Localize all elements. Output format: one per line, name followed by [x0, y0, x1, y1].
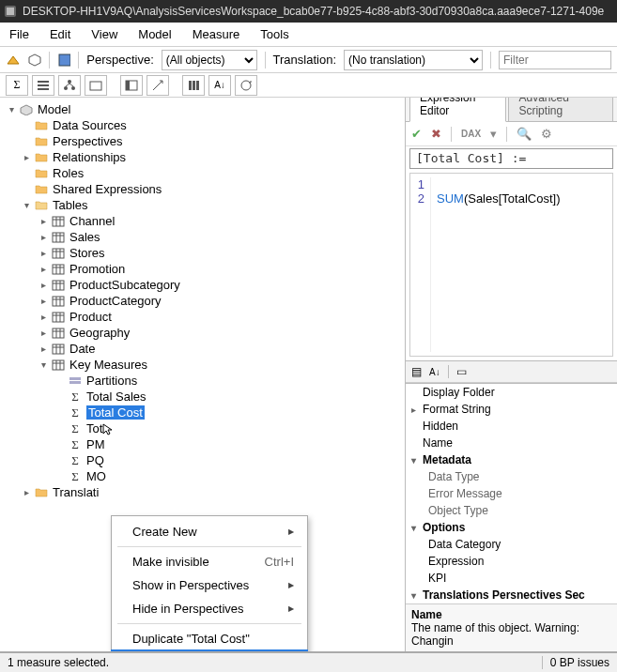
- app-icon: [4, 5, 17, 18]
- svg-rect-44: [53, 328, 64, 338]
- tree-relationships[interactable]: ▸Relationships: [0, 149, 405, 165]
- menu-model[interactable]: Model: [138, 27, 171, 41]
- perspective-label: Perspective:: [86, 53, 154, 67]
- sigma-icon: Σ: [68, 422, 83, 435]
- alpha-sort-icon[interactable]: A↓: [429, 367, 440, 377]
- tree-shared-expressions[interactable]: Shared Expressions: [0, 181, 405, 197]
- gear-icon[interactable]: ⚙: [541, 127, 552, 141]
- separator: [490, 52, 491, 69]
- tree-translations[interactable]: ▸Translati: [0, 484, 405, 500]
- tree-measure-total-cost[interactable]: ΣTotal Cost: [0, 405, 405, 420]
- tree-table-channel[interactable]: ▸Channel: [0, 213, 405, 229]
- svg-rect-20: [53, 233, 64, 242]
- separator: [117, 546, 301, 547]
- editor-toolbar: ✔ ✖ DAX ▾ 🔍 ⚙: [406, 122, 617, 146]
- code-editor[interactable]: 12 SUM(Sales[TotalCost]): [409, 173, 613, 357]
- ctx-hide-perspectives[interactable]: Hide in Perspectives: [112, 597, 307, 620]
- tree-table-stores[interactable]: ▸Stores: [0, 245, 405, 261]
- ctx-create-new[interactable]: Create New: [112, 520, 307, 543]
- tree-tables[interactable]: ▾Tables: [0, 197, 405, 213]
- translation-select[interactable]: (No translation): [344, 50, 483, 70]
- search-icon[interactable]: 🔍: [517, 127, 532, 141]
- svg-rect-52: [53, 360, 64, 370]
- tree-model[interactable]: ▾Model: [0, 101, 405, 117]
- accept-icon[interactable]: ✔: [411, 127, 422, 141]
- svg-rect-4: [38, 84, 49, 86]
- svg-rect-32: [53, 281, 64, 290]
- property-grid[interactable]: Display Folder ▸Format String Hidden Nam…: [406, 383, 617, 603]
- sigma-view-button[interactable]: Σ: [6, 75, 28, 96]
- refresh-button[interactable]: [235, 75, 257, 96]
- svg-point-7: [64, 86, 68, 90]
- ctx-show-perspectives[interactable]: Show in Perspectives: [112, 573, 307, 597]
- sigma-icon: Σ: [68, 438, 83, 451]
- title-bar: DESKTOP-HH1V9AQ\AnalysisServicesWorkspac…: [0, 0, 617, 23]
- svg-rect-9: [90, 82, 101, 90]
- translation-label: Translation:: [273, 53, 336, 67]
- tab-expression-editor[interactable]: Expression Editor: [409, 98, 506, 122]
- formula-bar[interactable]: [Total Cost] :=: [409, 148, 613, 169]
- save-icon[interactable]: [57, 53, 71, 68]
- tree-measure-trunc-3[interactable]: ΣPQ: [0, 452, 405, 468]
- svg-rect-2: [59, 54, 70, 66]
- cube-icon[interactable]: [27, 53, 41, 68]
- ctx-make-invisible[interactable]: Make invisibleCtrl+I: [112, 550, 307, 573]
- menu-view[interactable]: View: [91, 27, 117, 41]
- status-bar: 1 measure selected. 0 BP issues: [0, 651, 617, 672]
- svg-rect-11: [126, 81, 130, 90]
- svg-rect-57: [69, 381, 81, 384]
- panel-button-1[interactable]: [120, 75, 143, 96]
- tree-table-productsubcategory[interactable]: ▸ProductSubcategory: [0, 277, 405, 293]
- tree-table-geography[interactable]: ▸Geography: [0, 325, 405, 341]
- svg-point-8: [71, 86, 75, 90]
- tree-table-key-measures[interactable]: ▾Key Measures: [0, 357, 405, 373]
- svg-rect-40: [53, 313, 64, 322]
- tree-table-date[interactable]: ▸Date: [0, 341, 405, 357]
- filter-input[interactable]: [499, 51, 611, 69]
- tree-table-promotion[interactable]: ▸Promotion: [0, 261, 405, 277]
- categorized-icon[interactable]: ▤: [411, 365, 422, 378]
- gutter: 12: [414, 177, 431, 352]
- model-tree-panel: ▾Model Data Sources Perspectives ▸Relati…: [0, 98, 406, 651]
- menu-tools[interactable]: Tools: [260, 27, 288, 41]
- connect-icon[interactable]: [6, 53, 20, 68]
- tree-measure-total-sales[interactable]: ΣTotal Sales: [0, 389, 405, 405]
- menu-measure[interactable]: Measure: [193, 27, 240, 41]
- prop-pages-icon[interactable]: ▭: [456, 365, 467, 378]
- code-lines: SUM(Sales[TotalCost]): [431, 177, 560, 352]
- svg-rect-13: [193, 81, 195, 90]
- tree-perspectives[interactable]: Perspectives: [0, 133, 405, 149]
- right-tabs: Expression Editor Advanced Scripting: [406, 98, 617, 122]
- separator: [265, 52, 266, 69]
- menu-bar: File Edit View Model Measure Tools: [0, 23, 617, 47]
- menu-file[interactable]: File: [9, 27, 29, 41]
- tree-table-product[interactable]: ▸Product: [0, 309, 405, 325]
- cursor-icon: [100, 422, 114, 435]
- svg-point-6: [68, 80, 71, 84]
- tree-data-sources[interactable]: Data Sources: [0, 117, 405, 133]
- context-menu: Create New Make invisibleCtrl+I Show in …: [111, 515, 308, 651]
- sort-button[interactable]: A↓: [208, 75, 231, 96]
- folder-view-button[interactable]: [85, 75, 107, 96]
- cancel-icon[interactable]: ✖: [431, 127, 441, 141]
- tree-measure-trunc-4[interactable]: ΣMO: [0, 468, 405, 484]
- tab-advanced-scripting[interactable]: Advanced Scripting: [508, 98, 613, 122]
- ctx-delete[interactable]: Delete "Total Cost": [112, 650, 307, 651]
- status-left: 1 measure selected.: [0, 656, 116, 669]
- svg-rect-3: [38, 81, 49, 83]
- ctx-duplicate[interactable]: Duplicate "Total Cost": [112, 627, 307, 650]
- format-icon[interactable]: ▾: [490, 127, 497, 141]
- tree-roles[interactable]: Roles: [0, 165, 405, 181]
- perspective-select[interactable]: (All objects): [162, 50, 257, 70]
- tree-view-button[interactable]: [58, 75, 81, 96]
- tree-partitions[interactable]: Partitions: [0, 373, 405, 389]
- dax-icon[interactable]: DAX: [461, 129, 481, 139]
- menu-edit[interactable]: Edit: [50, 27, 70, 41]
- panel-button-2[interactable]: [147, 75, 169, 96]
- columns-button[interactable]: [182, 75, 205, 96]
- list-view-button[interactable]: [32, 75, 54, 96]
- tree-table-sales[interactable]: ▸Sales: [0, 229, 405, 245]
- tree-measure-trunc-1[interactable]: ΣTot: [0, 420, 405, 436]
- tree-table-productcategory[interactable]: ▸ProductCategory: [0, 293, 405, 309]
- tree-measure-trunc-2[interactable]: ΣPM: [0, 436, 405, 452]
